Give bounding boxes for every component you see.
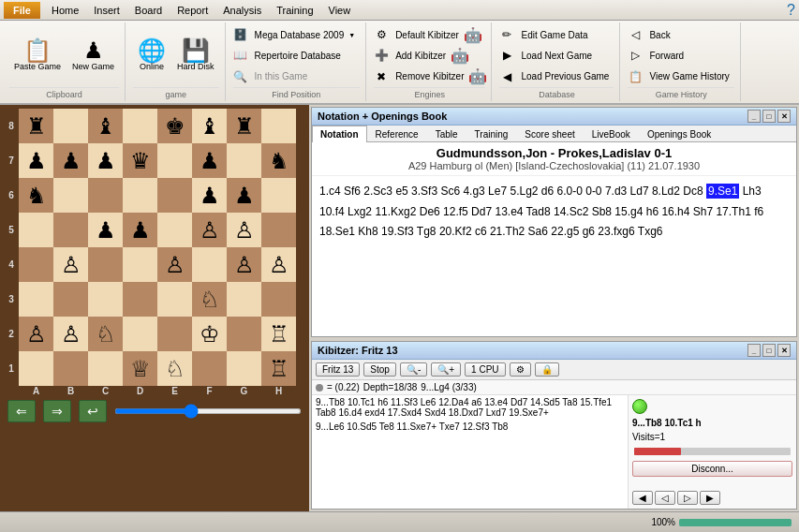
sq-f2[interactable]: ♔	[192, 317, 227, 351]
load-next-button[interactable]: Load Next Game	[516, 49, 597, 63]
sq-c7[interactable]: ♟	[88, 143, 123, 178]
sq-b6[interactable]	[53, 178, 88, 213]
tab-openings[interactable]: Openings Book	[639, 126, 719, 142]
cpu-button[interactable]: 1 CPU	[465, 362, 505, 377]
file-menu[interactable]: File	[4, 2, 40, 19]
sq-g6[interactable]: ♟	[227, 178, 261, 213]
sq-g3[interactable]	[227, 282, 261, 317]
sq-e3[interactable]	[157, 282, 192, 317]
tab-reference[interactable]: Reference	[367, 126, 427, 142]
insert-menu[interactable]: Insert	[86, 3, 127, 18]
sq-e8[interactable]: ♚	[157, 109, 192, 143]
sq-b1[interactable]	[53, 351, 88, 386]
sq-e7[interactable]	[157, 143, 192, 178]
sq-a8[interactable]: ♜	[19, 109, 53, 143]
sq-d4[interactable]	[123, 247, 157, 282]
sq-c6[interactable]	[88, 178, 123, 213]
sq-f5[interactable]: ♙	[192, 213, 227, 247]
sq-g2[interactable]	[227, 317, 261, 351]
tab-training[interactable]: Training	[466, 126, 517, 142]
highlighted-move[interactable]: 9.Se1	[706, 184, 739, 199]
position-slider[interactable]	[114, 408, 302, 414]
sq-g4[interactable]: ♙	[227, 247, 261, 282]
sq-d8[interactable]	[123, 109, 157, 143]
home-menu[interactable]: Home	[44, 3, 86, 18]
online-button[interactable]: 🌐 Online	[133, 37, 170, 75]
sq-b7[interactable]: ♟	[53, 143, 88, 178]
sq-h5[interactable]	[261, 213, 296, 247]
sq-d1[interactable]: ♕	[123, 351, 157, 386]
sq-g1[interactable]	[227, 351, 261, 386]
add-kibitzer-button[interactable]: Add Kibitzer	[391, 49, 451, 63]
repertoire-button[interactable]: Repertoire Database	[250, 49, 346, 63]
close-button[interactable]: ✕	[777, 110, 791, 123]
edit-game-data-button[interactable]: Edit Game Data	[516, 28, 592, 42]
sq-h7[interactable]: ♞	[261, 143, 296, 178]
tab-notation[interactable]: Notation	[312, 126, 367, 142]
forward-button[interactable]: Forward	[644, 49, 688, 63]
load-prev-button[interactable]: Load Previous Game	[516, 69, 614, 83]
sq-a7[interactable]: ♟	[19, 143, 53, 178]
sq-c3[interactable]	[88, 282, 123, 317]
kib-line-1[interactable]: 9...Tb8 10.Tc1 h6 11.Sf3 Le6 12.Da4 a6 1…	[312, 395, 628, 420]
kib-close-button[interactable]: ✕	[777, 344, 791, 357]
sq-d7[interactable]: ♛	[123, 143, 157, 178]
sq-f1[interactable]	[192, 351, 227, 386]
sq-g5[interactable]: ♙	[227, 213, 261, 247]
sq-e4[interactable]: ♙	[157, 247, 192, 282]
kib-back-button[interactable]: ◁	[655, 491, 675, 505]
sq-c5[interactable]: ♟	[88, 213, 123, 247]
kib-line-2[interactable]: 9...Le6 10.Sd5 Te8 11.Sxe7+ Txe7 12.Sf3 …	[312, 420, 628, 434]
kib-next-button[interactable]: ▷	[677, 491, 698, 505]
zoom-in-button[interactable]: 🔍+	[431, 362, 461, 377]
sq-g7[interactable]	[227, 143, 261, 178]
view-history-button[interactable]: View Game History	[644, 69, 733, 83]
sq-h6[interactable]	[261, 178, 296, 213]
sq-d2[interactable]	[123, 317, 157, 351]
sq-f8[interactable]: ♝	[192, 109, 227, 143]
kib-maximize-button[interactable]: □	[762, 344, 776, 357]
training-menu[interactable]: Training	[269, 3, 320, 18]
sq-f4[interactable]	[192, 247, 227, 282]
tab-table[interactable]: Table	[427, 126, 466, 142]
sq-e2[interactable]	[157, 317, 192, 351]
sq-a6[interactable]: ♞	[19, 178, 53, 213]
disconnect-button[interactable]: Disconn...	[632, 461, 792, 477]
paste-game-button[interactable]: 📋 Paste Game	[9, 37, 66, 75]
config-button[interactable]: ⚙	[510, 362, 531, 377]
zoom-out-button[interactable]: 🔍-	[400, 362, 427, 377]
sq-h1[interactable]: ♖	[261, 351, 296, 386]
sq-a4[interactable]	[19, 247, 53, 282]
default-kibitzer-button[interactable]: Default Kibitzer	[391, 28, 464, 42]
sq-f6[interactable]: ♟	[192, 178, 227, 213]
sq-g8[interactable]: ♜	[227, 109, 261, 143]
sq-a3[interactable]	[19, 282, 53, 317]
sq-b8[interactable]	[53, 109, 88, 143]
sq-a1[interactable]	[19, 351, 53, 386]
mega-db-button[interactable]: Mega Database 2009 ▼	[250, 28, 361, 42]
prev-move-button[interactable]: ⇐	[7, 400, 36, 422]
report-menu[interactable]: Report	[170, 3, 215, 18]
sq-b4[interactable]: ♙	[53, 247, 88, 282]
notation-text[interactable]: 1.c4 Sf6 2.Sc3 e5 3.Sf3 Sc6 4.g3 Le7 5.L…	[312, 176, 796, 336]
kib-minimize-button[interactable]: _	[747, 344, 761, 357]
sq-a5[interactable]	[19, 213, 53, 247]
engine-name-button[interactable]: Fritz 13	[316, 362, 360, 377]
analysis-menu[interactable]: Analysis	[215, 3, 269, 18]
sq-c8[interactable]: ♝	[88, 109, 123, 143]
sq-h8[interactable]	[261, 109, 296, 143]
kib-fwd-button[interactable]: ▶	[700, 491, 720, 505]
sq-a2[interactable]: ♙	[19, 317, 53, 351]
sq-f3[interactable]: ♘	[192, 282, 227, 317]
back-button[interactable]: Back	[644, 28, 674, 42]
sq-e5[interactable]	[157, 213, 192, 247]
sq-b5[interactable]	[53, 213, 88, 247]
sq-e6[interactable]	[157, 178, 192, 213]
sq-f7[interactable]: ♟	[192, 143, 227, 178]
tab-livebook[interactable]: LiveBook	[584, 126, 639, 142]
lock-button[interactable]: 🔒	[535, 362, 559, 377]
new-game-button[interactable]: ♟ New Game	[67, 37, 119, 75]
sq-b3[interactable]	[53, 282, 88, 317]
maximize-button[interactable]: □	[762, 110, 776, 123]
board-menu[interactable]: Board	[127, 3, 170, 18]
